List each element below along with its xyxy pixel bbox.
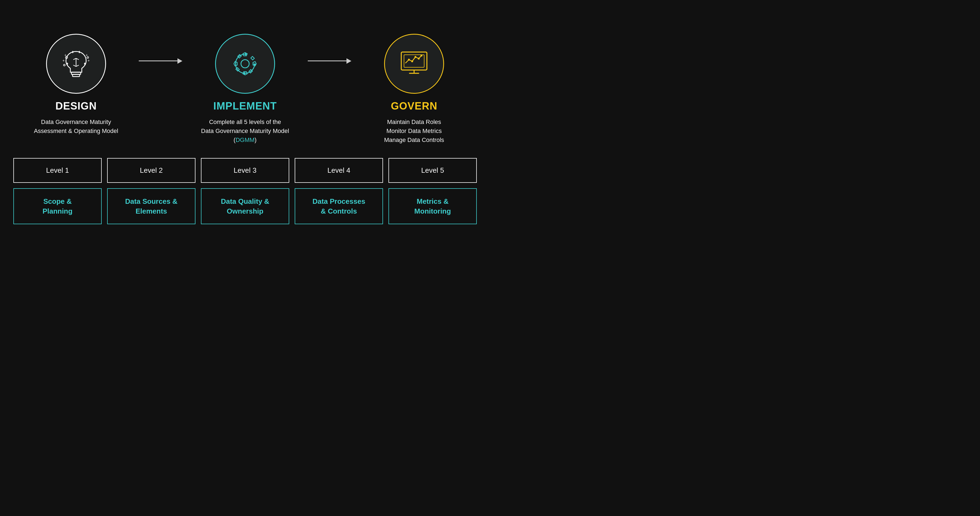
svg-point-27	[418, 57, 420, 59]
category-1-box: Scope &Planning	[13, 188, 102, 224]
svg-text:+: +	[88, 58, 90, 63]
svg-point-26	[415, 56, 417, 58]
categories-row: Scope &Planning Data Sources &Elements D…	[13, 188, 477, 224]
level-1-label: Level 1	[46, 166, 69, 175]
gear-cycle-icon	[228, 46, 263, 81]
svg-line-6	[76, 65, 79, 67]
level-5-box: Level 5	[388, 158, 477, 183]
category-2-label: Data Sources &Elements	[125, 197, 177, 216]
svg-point-18	[241, 60, 249, 68]
implement-description: Complete all 5 levels of theData Governa…	[201, 117, 289, 144]
category-5-box: Metrics &Monitoring	[388, 188, 477, 224]
level-5-label: Level 5	[421, 166, 444, 175]
svg-line-5	[73, 65, 76, 67]
arrow-head-1	[177, 58, 182, 64]
level-3-label: Level 3	[234, 166, 256, 175]
svg-line-3	[73, 58, 76, 60]
arrow-1	[139, 58, 182, 64]
design-phase: + + + + DESIGN Data Governance Mat	[13, 34, 139, 135]
category-2-box: Data Sources &Elements	[107, 188, 196, 224]
govern-title: GOVERN	[391, 100, 438, 112]
svg-point-15	[64, 64, 65, 66]
svg-marker-13	[72, 51, 73, 53]
implement-phase: IMPLEMENT Complete all 5 levels of theDa…	[182, 34, 308, 144]
level-2-box: Level 2	[107, 158, 196, 183]
svg-rect-1	[73, 75, 80, 76]
govern-phase: GOVERN Maintain Data RolesMonitor Data M…	[352, 34, 477, 144]
category-4-label: Data Processes& Controls	[312, 197, 365, 216]
govern-description: Maintain Data RolesMonitor Data MetricsM…	[384, 117, 444, 144]
svg-point-28	[421, 54, 423, 56]
level-2-label: Level 2	[140, 166, 163, 175]
arrow-head-2	[347, 58, 352, 64]
svg-line-4	[76, 58, 79, 60]
category-1-label: Scope &Planning	[43, 197, 73, 216]
svg-point-16	[87, 57, 89, 58]
level-3-box: Level 3	[201, 158, 289, 183]
level-1-box: Level 1	[13, 158, 102, 183]
arrow-line-2	[308, 60, 347, 61]
levels-section: Level 1 Level 2 Level 3 Level 4 Level 5 …	[13, 158, 477, 224]
design-description: Data Governance Maturity Assessment & Op…	[24, 117, 128, 135]
implement-circle	[215, 34, 275, 94]
category-3-box: Data Quality &Ownership	[201, 188, 289, 224]
govern-circle	[384, 34, 444, 94]
svg-marker-14	[78, 51, 80, 53]
svg-point-25	[411, 60, 413, 62]
category-5-label: Metrics &Monitoring	[414, 197, 451, 216]
monitor-chart-icon	[396, 46, 432, 81]
level-4-label: Level 4	[328, 166, 350, 175]
implement-title: IMPLEMENT	[213, 100, 277, 112]
lightbulb-icon: + + + +	[58, 46, 94, 81]
svg-text:+: +	[62, 58, 65, 63]
category-4-box: Data Processes& Controls	[295, 188, 383, 224]
category-3-label: Data Quality &Ownership	[221, 197, 269, 216]
arrow-line-1	[139, 60, 177, 61]
level-4-box: Level 4	[295, 158, 383, 183]
design-title: DESIGN	[55, 100, 97, 112]
phases-row: + + + + DESIGN Data Governance Mat	[13, 34, 477, 144]
svg-point-24	[408, 59, 410, 60]
main-container: + + + + DESIGN Data Governance Mat	[13, 34, 477, 224]
design-circle: + + + +	[46, 34, 106, 94]
arrow-2	[308, 58, 352, 64]
level-numbers-row: Level 1 Level 2 Level 3 Level 4 Level 5	[13, 158, 477, 183]
